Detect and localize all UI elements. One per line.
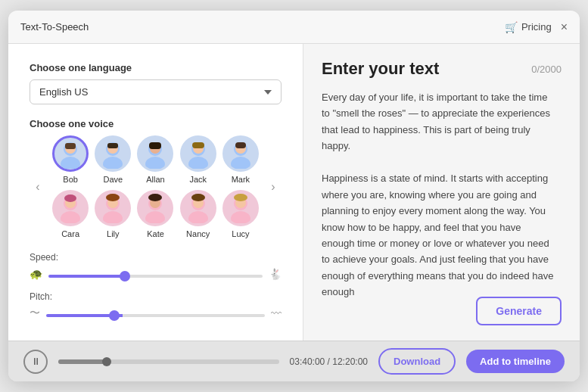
voice-next-button[interactable]: › — [265, 179, 282, 195]
svg-point-25 — [103, 211, 123, 223]
app-title: Text-To-Speech — [20, 21, 505, 33]
voice-item-cara[interactable]: Cara — [51, 190, 90, 238]
right-panel: Enter your text 0/2000 Every day of your… — [303, 44, 580, 341]
pitch-label: Pitch: — [30, 291, 282, 302]
voice-name-lily: Lily — [107, 229, 120, 238]
svg-point-23 — [64, 194, 76, 202]
speed-track-row: 🐢 🐇 — [30, 267, 282, 281]
voice-avatar-bob — [52, 135, 89, 172]
generate-button[interactable]: Generate — [476, 297, 562, 325]
slider-section: Speed: 🐢 🐇 Pitch: 〜 — [30, 252, 282, 320]
voice-item-allan[interactable]: Allan — [135, 135, 175, 184]
voice-avatar-jack — [180, 135, 216, 172]
voice-name-cara: Cara — [61, 229, 79, 238]
voice-avatar-kate — [137, 190, 173, 226]
download-button[interactable]: Download — [378, 348, 456, 375]
voice-avatar-allan — [137, 135, 173, 172]
voice-avatar-nancy — [180, 190, 216, 226]
voice-section-title: Choose one voice — [30, 118, 282, 129]
svg-point-21 — [61, 211, 80, 223]
svg-point-9 — [145, 157, 165, 169]
speed-fast-icon: 🐇 — [269, 268, 282, 280]
pitch-high-icon: 〰 — [271, 307, 282, 319]
voice-item-kate[interactable]: Kate — [135, 190, 175, 238]
voice-name-mark: Mark — [232, 175, 250, 184]
speed-slider-row: Speed: 🐢 🐇 — [30, 252, 282, 281]
pitch-low-icon: 〜 — [30, 306, 40, 320]
speed-label: Speed: — [30, 252, 282, 263]
bottom-bar: ⏸ 03:40:00 / 12:20:00 Download Add to ti… — [8, 341, 580, 381]
svg-point-33 — [188, 211, 208, 223]
voice-name-nancy: Nancy — [186, 229, 210, 238]
pricing-label: Pricing — [521, 21, 552, 33]
text-content: Every day of your life, it is important … — [322, 89, 562, 325]
voice-name-lucy: Lucy — [232, 229, 249, 238]
pitch-slider[interactable] — [46, 314, 265, 317]
progress-bar[interactable] — [58, 359, 279, 364]
text-paragraph-2: Happiness is a state of mind. It starts … — [322, 170, 555, 300]
title-bar: Text-To-Speech 🛒 Pricing × — [8, 11, 580, 44]
text-area-title: Enter your text — [322, 59, 439, 79]
speed-slider-wrapper — [48, 267, 263, 281]
voice-name-dave: Dave — [103, 175, 123, 184]
language-select[interactable]: English US English UK Spanish French Ger… — [30, 79, 282, 104]
voice-name-jack: Jack — [189, 175, 207, 184]
voice-item-nancy[interactable]: Nancy — [179, 190, 218, 238]
voice-avatar-lily — [95, 190, 131, 226]
title-bar-right: 🛒 Pricing × — [505, 21, 568, 33]
svg-rect-19 — [235, 142, 246, 148]
voice-item-lily[interactable]: Lily — [93, 190, 132, 238]
voice-item-jack[interactable]: Jack — [179, 135, 218, 184]
language-section-title: Choose one language — [30, 62, 282, 73]
voice-name-bob: Bob — [63, 175, 78, 184]
text-paragraph-1: Every day of your life, it is important … — [322, 89, 555, 154]
svg-point-27 — [106, 194, 120, 201]
pitch-slider-row: Pitch: 〜 〰 — [30, 291, 282, 320]
voice-section: Choose one voice ‹ — [30, 118, 282, 238]
svg-rect-15 — [192, 142, 204, 148]
cart-icon: 🛒 — [505, 21, 518, 33]
speed-slider[interactable] — [48, 275, 263, 278]
voice-avatar-cara — [52, 190, 89, 226]
add-timeline-button[interactable]: Add to timeline — [466, 350, 565, 373]
voice-grid: Bob Dave — [51, 135, 260, 238]
voice-prev-button[interactable]: ‹ — [30, 179, 46, 195]
text-header: Enter your text 0/2000 — [322, 59, 562, 79]
svg-point-31 — [148, 194, 162, 201]
svg-point-1 — [61, 157, 80, 169]
generate-btn-wrap: Generate — [476, 297, 562, 325]
progress-thumb — [102, 357, 111, 366]
voice-grid-wrapper: ‹ Bob — [30, 135, 282, 238]
voice-item-bob[interactable]: Bob — [51, 135, 90, 184]
pricing-button[interactable]: 🛒 Pricing — [505, 21, 552, 33]
svg-point-17 — [231, 157, 250, 169]
svg-point-39 — [234, 194, 247, 201]
svg-point-5 — [103, 157, 123, 169]
pitch-track-row: 〜 〰 — [30, 306, 282, 320]
close-button[interactable]: × — [561, 21, 568, 33]
voice-item-dave[interactable]: Dave — [93, 135, 132, 184]
char-count: 0/2000 — [531, 64, 562, 75]
svg-rect-3 — [65, 143, 76, 149]
main-content: Choose one language English US English U… — [8, 44, 580, 341]
voice-avatar-dave — [95, 135, 131, 172]
app-window: Text-To-Speech 🛒 Pricing × Choose one la… — [8, 11, 580, 381]
svg-point-13 — [188, 157, 208, 169]
voice-item-lucy[interactable]: Lucy — [221, 190, 260, 238]
voice-name-kate: Kate — [147, 229, 164, 238]
svg-rect-11 — [149, 142, 161, 149]
voice-item-mark[interactable]: Mark — [221, 135, 260, 184]
pitch-slider-wrapper — [46, 306, 265, 320]
left-panel: Choose one language English US English U… — [8, 44, 303, 341]
language-section: Choose one language English US English U… — [30, 62, 282, 104]
pause-button[interactable]: ⏸ — [23, 350, 48, 374]
voice-avatar-mark — [222, 135, 259, 172]
speed-slow-icon: 🐢 — [30, 268, 42, 280]
svg-point-29 — [145, 211, 165, 223]
voice-name-allan: Allan — [146, 175, 164, 184]
voice-avatar-lucy — [222, 190, 259, 226]
time-display: 03:40:00 / 12:20:00 — [290, 356, 368, 367]
svg-point-37 — [231, 211, 250, 223]
pause-icon: ⏸ — [31, 356, 41, 367]
progress-bar-fill — [58, 359, 107, 364]
